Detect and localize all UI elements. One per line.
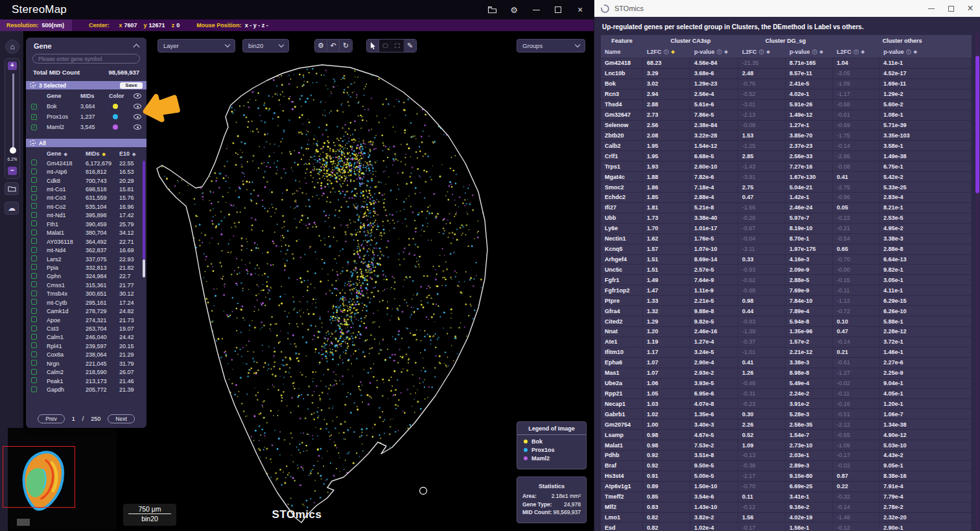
layer-dropdown[interactable]: Layer xyxy=(158,39,235,53)
column-header-color[interactable]: Color xyxy=(109,93,134,99)
checkbox-icon[interactable] xyxy=(31,255,37,261)
table-row[interactable]: Lnc10b3.293.68e-62.488.57e-11-3.054.52e-… xyxy=(601,69,972,79)
table-row[interactable]: Unc5c1.512.57e-5-0.932.09e-9-0.009.82e-1 xyxy=(601,265,972,275)
lasso-select-icon[interactable] xyxy=(379,40,391,52)
column-header-mids[interactable]: MIDs xyxy=(80,93,109,99)
visibility-eye-icon[interactable] xyxy=(134,114,141,119)
folder-icon[interactable] xyxy=(5,182,19,195)
checkbox-icon[interactable] xyxy=(31,290,37,296)
close-button[interactable]: × xyxy=(961,0,980,17)
checkbox-icon[interactable] xyxy=(31,325,37,331)
checkbox-icon[interactable] xyxy=(31,299,37,305)
table-row[interactable]: Ly6e1.701.01e-17-0.678.19e-10-0.214.95e-… xyxy=(601,224,972,234)
column-header-pvalue[interactable]: p-value?◆ xyxy=(880,49,972,55)
column-header-mids[interactable]: MIDs◆ xyxy=(86,150,119,157)
checkbox-icon[interactable] xyxy=(31,334,37,340)
gene-list-row[interactable]: Fth1390,45925.79 xyxy=(26,220,146,228)
checkbox-icon[interactable] xyxy=(31,212,37,218)
table-scrollbar[interactable] xyxy=(975,32,979,531)
gene-list-row[interactable]: mt-Co1698,51815.81 xyxy=(26,185,146,193)
checkbox-icon[interactable] xyxy=(31,273,37,279)
maximize-button[interactable] xyxy=(941,0,961,17)
table-row[interactable]: Atp6v1g10.891.50e-10-0.706.69e-250.227.9… xyxy=(601,482,972,492)
checkbox-icon[interactable] xyxy=(31,177,37,183)
checkbox-icon[interactable] xyxy=(31,247,37,253)
zoom-out-button[interactable]: − xyxy=(8,167,17,175)
checkbox-icon[interactable] xyxy=(31,377,37,383)
table-row[interactable]: Arhgef41.518.69e-140.334.16e-3-0.706.64e… xyxy=(601,255,972,265)
table-row[interactable]: Nnat1.202.46e-16-1.391.35e-960.472.28e-1… xyxy=(601,327,972,337)
table-row[interactable]: Hs3st40.915.00e-5-2.179.15e-800.878.38e-… xyxy=(601,471,972,482)
table-row[interactable]: Gm4241868.234.56e-84-21.358.71e-1651.044… xyxy=(601,58,972,69)
gene-list-row[interactable]: mt-Atp6816,81216.53 xyxy=(26,167,146,176)
groups-dropdown[interactable]: Groups xyxy=(517,39,585,53)
sort-diamond-icon[interactable]: ◆ xyxy=(861,49,865,54)
checkbox-checked-icon[interactable]: ✓ xyxy=(31,124,37,130)
prev-page-button[interactable]: Prev xyxy=(38,414,64,423)
redo-icon[interactable]: ↻ xyxy=(340,40,352,52)
table-row[interactable]: Mas11.072.93e-21.268.98e-8-1.272.25e-9 xyxy=(601,368,972,379)
gene-list-row[interactable]: mt-Nd4362,83716.69 xyxy=(26,246,146,254)
map-canvas[interactable]: ⌂ + 6.2% − ☁ Layer bin20 ⚙ ↶ ↻ xyxy=(0,31,594,531)
gene-color-dot[interactable] xyxy=(113,124,118,130)
cloud-upload-icon[interactable]: ☁ xyxy=(5,202,19,215)
table-row[interactable]: Gm207541.003.40e-32.262.56e-35-2.121.34e… xyxy=(601,419,972,430)
selected-gene-row[interactable]: ✓Maml23,545 xyxy=(26,122,146,132)
checkbox-checked-icon[interactable]: ✓ xyxy=(31,104,37,110)
table-row[interactable]: Fgfr1op21.471.11e-9-0.687.69e-9-0.114.11… xyxy=(601,285,972,296)
gene-list-row[interactable]: Gphn324,98422.7 xyxy=(26,272,146,281)
column-header-gene[interactable]: Gene xyxy=(47,93,80,99)
column-header-e10[interactable]: E10◆ xyxy=(119,150,145,157)
column-header-l2fc[interactable]: L2FC?◆ xyxy=(643,49,690,55)
cursor-select-icon[interactable] xyxy=(367,40,379,52)
gene-list-row[interactable]: Nrgn221,04531.79 xyxy=(26,359,146,368)
gene-list-row[interactable]: Gm424186,172,67922.55 xyxy=(26,159,146,167)
help-question-icon[interactable]: ? xyxy=(717,49,722,54)
sort-diamond-icon[interactable]: ◆ xyxy=(820,49,823,54)
selected-gene-row[interactable]: ✓Prox1os1,237 xyxy=(26,112,146,122)
column-header-pvalue[interactable]: p-value?◆ xyxy=(786,49,833,55)
collapse-circle-icon[interactable] xyxy=(30,140,36,146)
help-question-icon[interactable]: ? xyxy=(664,49,669,54)
save-button[interactable]: Save xyxy=(120,82,143,89)
sort-diamond-icon-active[interactable]: ◆ xyxy=(671,49,675,54)
help-question-icon[interactable]: ? xyxy=(906,49,911,54)
maximize-button[interactable] xyxy=(552,4,564,16)
gene-list-row[interactable]: Cdk8700,74320.29 xyxy=(26,176,146,185)
gene-list-row[interactable]: mt-Nd1395,89817.42 xyxy=(26,211,146,220)
pencil-edit-icon[interactable]: ✎ xyxy=(404,40,416,52)
gene-list-row[interactable]: Camk1d278,72924.82 xyxy=(26,307,146,315)
bin-dropdown[interactable]: bin20 xyxy=(242,39,289,53)
table-scrollbar-thumb[interactable] xyxy=(975,56,979,193)
column-header-pvalue[interactable]: p-value?◆ xyxy=(690,49,738,55)
table-row[interactable]: Trps11.932.60e-10-1.437.27e-16-0.086.75e… xyxy=(601,161,972,172)
gene-color-dot[interactable] xyxy=(113,104,118,109)
gene-list-row[interactable]: Cst3263,70419.07 xyxy=(26,324,146,333)
gene-list-row[interactable]: Tmsb4x300,65130.12 xyxy=(26,290,146,298)
checkbox-icon[interactable] xyxy=(31,386,37,392)
column-header-l2fc[interactable]: L2FC?◆ xyxy=(738,49,786,55)
sort-diamond-icon[interactable]: ◆ xyxy=(914,49,917,54)
checkbox-icon[interactable] xyxy=(31,351,37,357)
gene-list-row[interactable]: Lars2337,07522.93 xyxy=(26,255,146,263)
sort-diamond-icon[interactable]: ◆ xyxy=(132,152,135,156)
checkbox-icon[interactable] xyxy=(31,169,37,174)
table-row[interactable]: Ubb1.733.38e-40-0.265.97e-7-0.222.53e-5 xyxy=(601,213,972,224)
table-row[interactable]: Ate11.191.27e-4-0.371.57e-2-0.143.72e-1 xyxy=(601,337,972,348)
checkbox-icon[interactable] xyxy=(31,159,37,165)
table-row[interactable]: Malat10.987.53e-21.092.73e-10-1.095.03e-… xyxy=(601,440,972,451)
checkbox-icon[interactable] xyxy=(31,281,37,287)
gene-search-input[interactable] xyxy=(32,54,140,64)
gene-list-row[interactable]: Malat1380,70434.12 xyxy=(26,229,146,237)
table-row[interactable]: Epha61.072.90e-40.413.38e-3-0.612.27e-6 xyxy=(601,358,972,368)
checkbox-icon[interactable] xyxy=(31,308,37,314)
collapse-chevron-icon[interactable] xyxy=(134,44,140,51)
table-row[interactable]: Calb21.951.54e-12-1.252.37e-23-0.143.58e… xyxy=(601,141,972,151)
table-row[interactable]: Mgat4c1.887.82e-6-3.911.67e-1300.415.42e… xyxy=(601,172,972,182)
checkbox-icon[interactable] xyxy=(31,195,37,200)
close-button[interactable]: × xyxy=(574,4,586,16)
table-row[interactable]: Echdc21.852.88e-40.471.42e-1-0.962.83e-4 xyxy=(601,193,972,203)
table-row[interactable]: Pdhb0.923.51e-8-0.132.03e-1-0.174.43e-2 xyxy=(601,451,972,461)
minimap-viewport-rect[interactable] xyxy=(3,446,75,508)
column-header-name[interactable]: Name xyxy=(601,49,643,55)
